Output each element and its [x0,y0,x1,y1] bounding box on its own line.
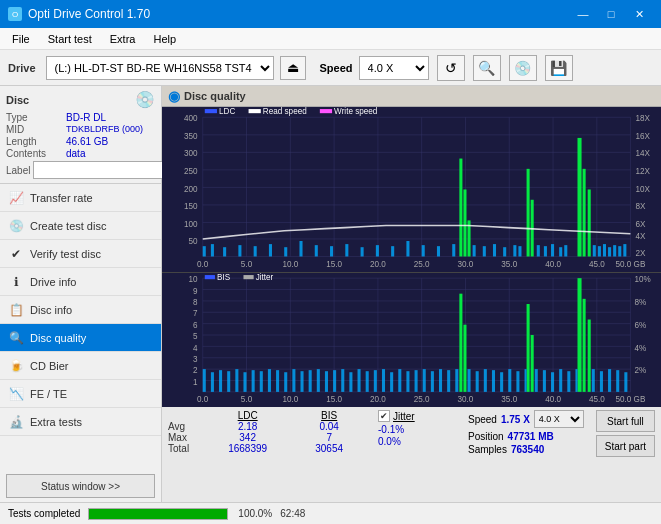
svg-rect-193 [616,370,619,392]
position-row: Position 47731 MB [468,431,584,442]
jitter-checkbox[interactable]: ✔ [378,410,390,422]
speed-label: Speed [320,62,353,74]
svg-rect-144 [260,371,263,392]
svg-rect-57 [315,245,318,256]
disc-mid-value: TDKBLDRFB (000) [66,124,143,135]
minimize-button[interactable]: — [569,0,597,28]
svg-rect-185 [567,371,570,392]
svg-rect-93 [205,109,217,113]
drive-select[interactable]: (L:) HL-DT-ST BD-RE WH16NS58 TST4 [46,56,274,80]
jitter-label: Jitter [393,411,415,422]
disc-contents-label: Contents [6,148,66,159]
nav-create-test-disc[interactable]: 💿 Create test disc [0,212,161,240]
svg-text:2: 2 [193,366,198,375]
eject-button[interactable]: ⏏ [280,56,306,80]
svg-text:50.0 GB: 50.0 GB [616,260,646,269]
svg-rect-59 [345,244,348,256]
status-text: Tests completed [8,508,80,519]
svg-rect-208 [243,275,253,279]
svg-text:0.0: 0.0 [197,395,209,404]
svg-rect-146 [276,370,279,392]
menu-help[interactable]: Help [145,31,184,47]
svg-rect-0 [162,107,661,272]
svg-rect-79 [544,246,547,256]
refresh-button[interactable]: ↺ [437,55,465,81]
cd-bier-icon: 🍺 [8,358,24,374]
svg-rect-176 [508,369,511,392]
start-part-button[interactable]: Start part [596,435,655,457]
start-full-button[interactable]: Start full [596,410,655,432]
svg-text:10: 10 [189,275,198,284]
extra-tests-icon: 🔬 [8,414,24,430]
nav-transfer-rate[interactable]: 📈 Transfer rate [0,184,161,212]
nav-disc-info-label: Disc info [30,304,72,316]
svg-rect-171 [468,369,471,392]
svg-text:4%: 4% [635,343,647,352]
scan-button[interactable]: 🔍 [473,55,501,81]
speed-dropdown[interactable]: 4.0 X [534,410,584,428]
svg-rect-192 [608,369,611,392]
save-button[interactable]: 💾 [545,55,573,81]
svg-rect-153 [333,370,336,392]
jitter-max: 0.0% [378,436,456,447]
disc-section: Disc 💿 Type BD-R DL MID TDKBLDRFB (000) … [0,86,161,184]
speed-select[interactable]: 4.0 X [359,56,429,80]
svg-rect-143 [252,370,255,392]
nav-disc-info[interactable]: 📋 Disc info [0,296,161,324]
svg-text:15.0: 15.0 [326,395,342,404]
nav-disc-quality[interactable]: 🔍 Disc quality [0,324,161,352]
menu-start-test[interactable]: Start test [40,31,100,47]
status-time: 62:48 [280,508,305,519]
svg-rect-89 [608,247,611,256]
svg-rect-91 [618,246,621,256]
svg-rect-154 [341,369,344,392]
svg-rect-141 [235,369,238,392]
disc-type-value: BD-R DL [66,112,106,123]
samples-row: Samples 763540 [468,444,584,455]
chart-header: ◉ Disc quality [162,86,661,107]
nav-drive-info[interactable]: ℹ Drive info [0,268,161,296]
svg-text:6: 6 [193,321,198,330]
svg-rect-157 [366,371,369,392]
disc-contents-row: Contents data [6,148,155,159]
jitter-avg: -0.1% [378,424,456,435]
svg-text:12X: 12X [636,167,651,176]
svg-rect-145 [268,369,271,392]
svg-rect-159 [382,369,385,392]
svg-rect-173 [484,369,487,392]
nav-extra-tests[interactable]: 🔬 Extra tests [0,408,161,436]
disc-quality-icon: 🔍 [8,330,24,346]
nav-verify-test-disc[interactable]: ✔ Verify test disc [0,240,161,268]
menu-file[interactable]: File [4,31,38,47]
svg-text:8: 8 [193,298,198,307]
svg-text:9: 9 [193,286,198,295]
svg-text:Jitter: Jitter [256,273,274,282]
disc-label-input[interactable] [33,161,166,179]
svg-rect-186 [577,278,581,392]
svg-text:10%: 10% [635,275,651,284]
svg-rect-180 [525,369,527,392]
maximize-button[interactable]: □ [597,0,625,28]
svg-text:30.0: 30.0 [458,260,474,269]
svg-rect-88 [603,244,606,256]
svg-text:50.0 GB: 50.0 GB [616,395,646,404]
svg-rect-65 [437,246,440,256]
burn-button[interactable]: 💿 [509,55,537,81]
menu-extra[interactable]: Extra [102,31,144,47]
svg-rect-174 [492,370,495,392]
svg-rect-71 [483,246,486,256]
svg-text:250: 250 [184,167,198,176]
svg-rect-64 [422,245,425,256]
svg-rect-76 [513,245,516,256]
svg-rect-54 [269,244,272,256]
position-value: 47731 MB [508,431,554,442]
nav-cd-bier[interactable]: 🍺 CD Bier [0,352,161,380]
svg-rect-149 [300,371,303,392]
nav-fe-te[interactable]: 📉 FE / TE [0,380,161,408]
svg-rect-70 [473,245,476,256]
top-chart-svg: 400 350 300 250 200 150 100 50 18X 16X 1… [162,107,661,272]
status-window-button[interactable]: Status window >> [6,474,155,498]
disc-mid-row: MID TDKBLDRFB (000) [6,124,155,135]
svg-rect-189 [575,369,577,392]
close-button[interactable]: ✕ [625,0,653,28]
